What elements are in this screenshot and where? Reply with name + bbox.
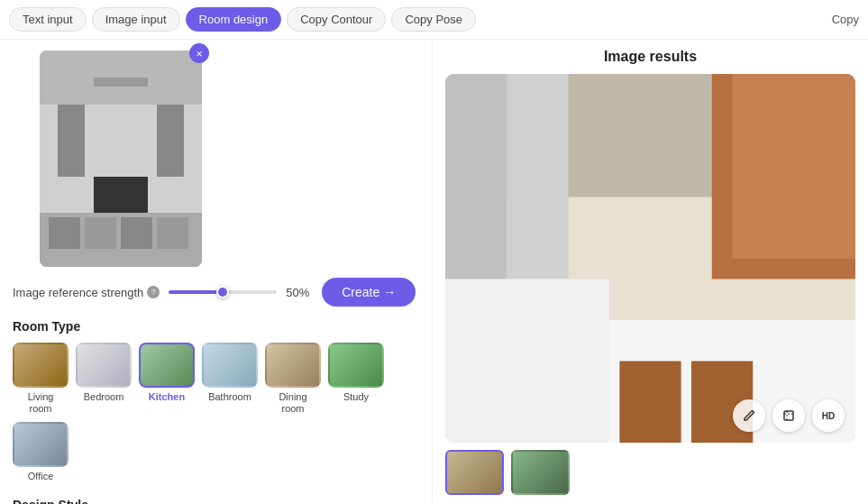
room-thumb-office [13,422,69,467]
design-style-section: Design Style [13,498,419,504]
room-thumb-living [13,343,69,388]
room-label-bedroom: Bedroom [84,391,124,403]
room-thumb-bedroom [76,343,132,388]
right-panel: Image results HD [433,40,868,504]
room-thumb-study [328,343,384,388]
uploaded-image [40,50,202,267]
design-style-heading: Design Style [13,498,419,504]
room-label-office: Office [28,471,54,482]
room-label-study: Study [343,391,369,403]
close-image-button[interactable]: × [189,43,209,63]
results-main-image: HD [445,74,855,443]
upload-container: × [40,50,202,267]
room-thumb-bathroom [202,343,258,388]
main-layout: × Image reference strength ? 50% Create … [0,40,868,504]
strength-row: Image reference strength ? 50% Create → [13,278,419,307]
tab-text-input[interactable]: Text input [9,7,87,32]
create-button[interactable]: Create → [322,278,416,307]
room-item-kitchen[interactable]: Kitchen [139,343,195,415]
strength-label-text: Image reference strength [13,286,143,299]
room-label-living: Livingroom [28,391,54,415]
strength-label: Image reference strength ? [13,286,160,299]
tab-room-design[interactable]: Room design [186,7,282,32]
result-thumbnail-2[interactable] [511,450,570,495]
room-item-living[interactable]: Livingroom [13,343,69,415]
room-item-bathroom[interactable]: Bathroom [202,343,258,415]
strength-value: 50% [286,286,313,299]
top-tabs-bar: Text input Image input Room design Copy … [0,0,868,40]
result-hd-button[interactable]: HD [812,399,845,432]
result-edit-button[interactable] [733,399,765,432]
result-actions: HD [733,399,845,432]
room-label-kitchen: Kitchen [149,391,185,403]
room-thumb-dining [265,343,321,388]
room-thumb-kitchen [139,343,195,388]
help-icon[interactable]: ? [147,286,160,298]
room-item-dining[interactable]: Diningroom [265,343,321,415]
room-item-bedroom[interactable]: Bedroom [76,343,132,415]
kitchen-result-image [445,74,855,443]
copy-label: Copy [832,13,859,26]
room-item-office[interactable]: Office [13,422,69,482]
result-thumbnail-1[interactable] [445,450,504,495]
tab-image-input[interactable]: Image input [92,7,180,32]
uploaded-image-display [40,50,202,267]
room-type-grid: Livingroom Bedroom Kitchen Bathroom Dini… [13,343,419,483]
left-panel: × Image reference strength ? 50% Create … [0,40,433,504]
thumbnails-row [445,450,855,495]
tab-copy-pose[interactable]: Copy Pose [391,7,476,32]
room-label-bathroom: Bathroom [208,391,251,403]
strength-slider[interactable] [169,290,277,294]
room-item-study[interactable]: Study [328,343,384,415]
result-crop-button[interactable] [772,399,805,432]
tab-copy-contour[interactable]: Copy Contour [287,7,386,32]
room-label-dining: Diningroom [279,391,306,415]
copy-area: Copy [832,13,859,26]
room-type-heading: Room Type [13,319,419,334]
svg-rect-0 [784,411,793,420]
room-type-section: Room Type Livingroom Bedroom Kitchen Bat… [13,319,419,483]
results-title: Image results [445,49,855,65]
